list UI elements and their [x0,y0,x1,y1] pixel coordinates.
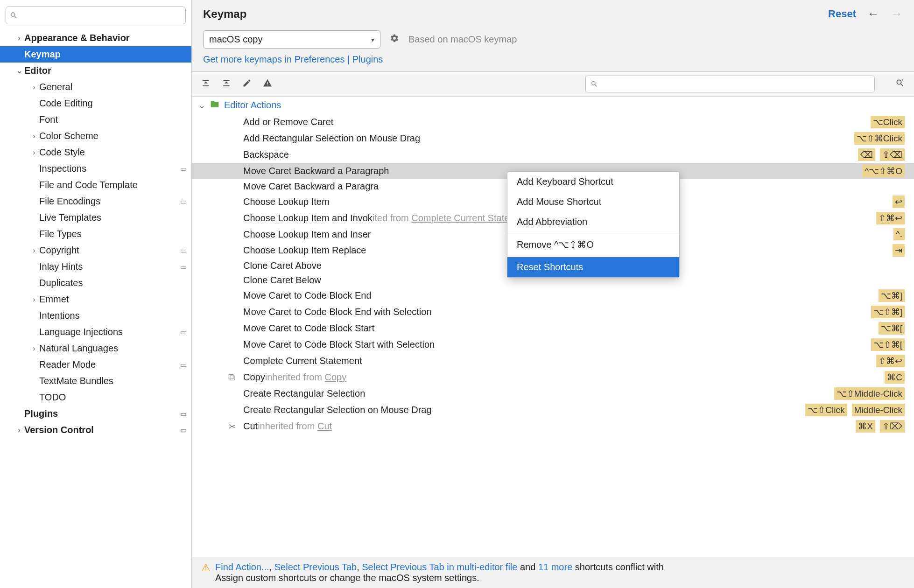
sidebar-item-inlay-hints[interactable]: Inlay Hints▭ [0,259,191,275]
sidebar-item-editor[interactable]: ⌄Editor [0,63,191,79]
page-title: Keymap [203,7,246,21]
action-row[interactable]: Move Caret to Code Block Start⌥⌘[ [192,320,914,336]
action-row[interactable]: Backspace⌫⇧⌫ [192,147,914,163]
sidebar-item-reader-mode[interactable]: Reader Mode▭ [0,357,191,373]
cut-icon: ✂ [228,421,236,432]
sidebar-item-natural-languages[interactable]: ›Natural Languages [0,340,191,357]
action-row[interactable]: Add or Remove Caret⌥Click [192,114,914,130]
action-label: Clone Caret Below [243,275,321,286]
sidebar-item-plugins[interactable]: Plugins▭ [0,406,191,422]
menu-item-reset-shortcuts[interactable]: Reset Shortcuts [507,257,679,277]
shortcut-list: ⌘X⇧⌦ [856,420,905,433]
chevron-right-icon: › [29,344,39,353]
sidebar-item-code-style[interactable]: ›Code Style [0,144,191,161]
category-header[interactable]: ⌄ Editor Actions [192,97,914,114]
menu-item-add-mouse-shortcut[interactable]: Add Mouse Shortcut [507,192,679,212]
warning-icon[interactable] [263,78,272,90]
sidebar-item-appearance-behavior[interactable]: ›Appearance & Behavior [0,30,191,46]
action-label: Create Rectangular Selection on Mouse Dr… [243,405,432,415]
sidebar-item-color-scheme[interactable]: ›Color Scheme [0,128,191,144]
sidebar-item-textmate-bundles[interactable]: TextMate Bundles [0,373,191,389]
action-row[interactable]: Move Caret to Code Block End⌥⌘] [192,287,914,304]
footer-link[interactable]: Select Previous Tab [274,562,357,572]
sidebar-item-intentions[interactable]: Intentions [0,308,191,324]
sidebar-item-emmet[interactable]: ›Emmet [0,291,191,308]
action-label: Copy [243,372,265,383]
sidebar-item-label: General [39,82,72,92]
inherited-link[interactable]: Copy [325,372,347,382]
sidebar-item-language-injections[interactable]: Language Injections▭ [0,324,191,340]
chevron-down-icon: ⌄ [14,66,24,75]
shortcut-list: ⌥⇧⌘] [871,306,905,318]
project-level-icon: ▭ [180,165,187,173]
gear-icon[interactable] [390,34,399,45]
collapse-all-icon[interactable] [222,78,231,90]
action-label: Backspace [243,149,289,160]
sidebar-item-inspections[interactable]: Inspections▭ [0,161,191,177]
action-label: Cut [243,421,258,432]
action-row[interactable]: Move Caret to Code Block Start with Sele… [192,336,914,353]
inherited-label: inherited from Copy [265,372,347,383]
project-level-icon: ▭ [180,426,187,434]
sidebar-item-file-types[interactable]: File Types [0,226,191,242]
shortcut-badge: ⌘X [856,420,875,433]
chevron-down-icon: ⌄ [198,100,205,111]
project-level-icon: ▭ [180,410,187,418]
sidebar-item-todo[interactable]: TODO [0,389,191,406]
menu-item-add-keyboard-shortcut[interactable]: Add Keyboard Shortcut [507,172,679,192]
based-on-label: Based on macOS keymap [408,34,517,45]
find-by-shortcut-icon[interactable] [895,78,905,90]
menu-item-remove-o[interactable]: Remove ^⌥⇧⌘O [507,234,679,255]
sidebar-item-general[interactable]: ›General [0,79,191,95]
shortcut-badge: ⌫ [858,148,875,161]
shortcut-list: ⇥ [893,244,905,257]
sidebar-item-live-templates[interactable]: Live Templates [0,210,191,226]
sidebar-item-file-encodings[interactable]: File Encodings▭ [0,193,191,210]
forward-arrow-icon: → [891,7,903,21]
sidebar-item-code-editing[interactable]: Code Editing [0,95,191,112]
sidebar-item-label: Font [39,114,58,125]
shortcut-badge: ⌥⇧⌘] [871,306,905,318]
get-more-keymaps-link[interactable]: Get more keymaps in Preferences | Plugin… [203,54,383,64]
action-row[interactable]: Complete Current Statement⇧⌘↩ [192,353,914,369]
footer-link[interactable]: Select Previous Tab in multi-editor file [362,562,517,572]
sidebar-item-version-control[interactable]: ›Version Control▭ [0,422,191,438]
action-row[interactable]: ⧉Copy inherited from Copy⌘C [192,369,914,385]
menu-separator [507,233,679,233]
action-row[interactable]: Create Rectangular Selection on Mouse Dr… [192,402,914,418]
action-search[interactable] [585,76,875,92]
expand-all-icon[interactable] [201,78,211,90]
edit-icon[interactable] [242,78,252,90]
sidebar-item-label: Reader Mode [39,359,96,370]
keymap-selector-row: macOS copy ▾ Based on macOS keymap [192,28,914,51]
inherited-link[interactable]: Cut [317,421,332,431]
sidebar-item-duplicates[interactable]: Duplicates [0,275,191,291]
shortcut-badge: ↩ [893,196,905,208]
sidebar-search-input[interactable] [18,11,182,20]
sidebar-item-font[interactable]: Font [0,112,191,128]
sidebar-item-label: Code Style [39,147,85,158]
shortcut-badge: ⇧⌫ [880,148,905,161]
shortcut-list: ⌫⇧⌫ [858,148,905,161]
sidebar-item-label: Intentions [39,310,80,321]
menu-item-add-abbreviation[interactable]: Add Abbreviation [507,212,679,232]
sidebar-item-label: File Encodings [39,196,100,207]
sidebar-item-copyright[interactable]: ›Copyright▭ [0,242,191,259]
keymap-dropdown[interactable]: macOS copy ▾ [203,30,380,49]
sidebar-item-file-and-code-template[interactable]: File and Code Template [0,177,191,193]
sidebar-search[interactable] [6,7,186,24]
reset-button[interactable]: Reset [828,8,856,20]
shortcut-list: ⌥Click [871,116,905,128]
footer-more-link[interactable]: 11 more [538,562,572,572]
sidebar-item-keymap[interactable]: Keymap [0,46,191,63]
action-row[interactable]: Add Rectangular Selection on Mouse Drag⌥… [192,130,914,147]
action-label: Choose Lookup Item Replace [243,245,366,256]
action-list: ⌄ Editor Actions Add or Remove Caret⌥Cli… [192,97,914,557]
action-row[interactable]: Create Rectangular Selection⌥⇧Middle-Cli… [192,385,914,402]
action-row[interactable]: Move Caret to Code Block End with Select… [192,304,914,320]
shortcut-list: ⌥⇧ClickMiddle-Click [805,404,905,416]
action-row[interactable]: ✂Cut inherited from Cut⌘X⇧⌦ [192,418,914,434]
back-arrow-icon[interactable]: ← [867,7,879,21]
action-label: Choose Lookup Item [243,196,330,207]
footer-link[interactable]: Find Action... [215,562,269,572]
